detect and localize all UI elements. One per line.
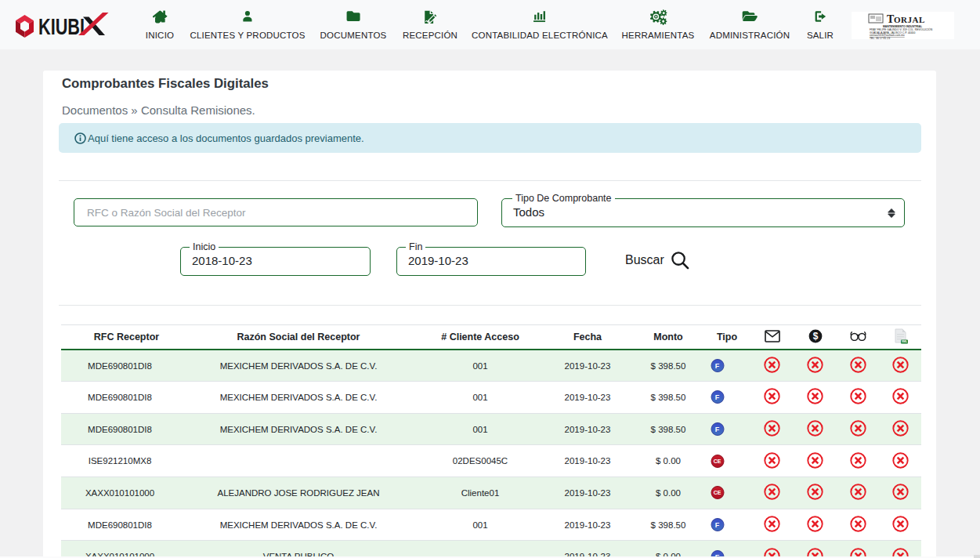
svg-text:XML: XML (901, 340, 907, 343)
svg-text:ORJAL: ORJAL (894, 15, 925, 24)
svg-text:$: $ (812, 331, 818, 342)
svg-text:TEL. 36 17 81 23: TEL. 36 17 81 23 (870, 37, 890, 40)
svg-text:KIUBI: KIUBI (38, 14, 85, 39)
